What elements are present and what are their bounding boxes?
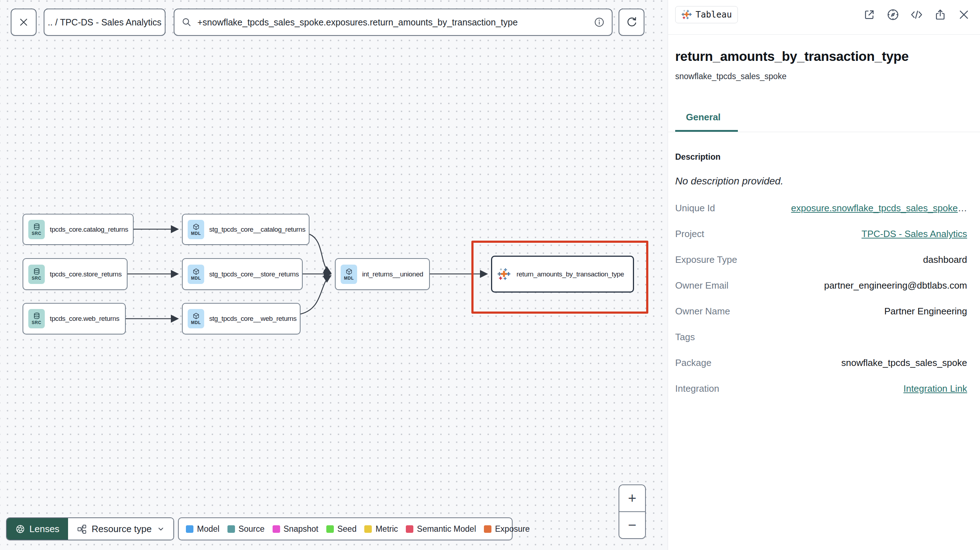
breadcrumb[interactable]: .. / TPC-DS - Sales Analytics bbox=[44, 9, 165, 36]
cube-icon bbox=[192, 312, 200, 320]
metric-swatch bbox=[364, 525, 372, 533]
resource-type-legend: Model Source Snapshot Seed Metric Semant… bbox=[178, 517, 512, 540]
node-label: stg_tpcds_core__web_returns bbox=[209, 315, 297, 323]
cube-icon bbox=[192, 223, 200, 230]
code-icon bbox=[910, 8, 923, 21]
lenses-button[interactable]: Lenses bbox=[7, 518, 68, 540]
tableau-badge-label: Tableau bbox=[695, 10, 732, 20]
graph-node-stg-web-returns[interactable]: MDL stg_tpcds_core__web_returns bbox=[182, 303, 301, 334]
node-label: tpcds_core.store_returns bbox=[50, 270, 122, 278]
resource-title: return_amounts_by_transaction_type bbox=[675, 49, 909, 64]
badge-label: MDL bbox=[191, 276, 201, 281]
node-label: tpcds_core.catalog_returns bbox=[50, 226, 128, 234]
badge-label: MDL bbox=[344, 276, 354, 281]
legend-item-metric: Metric bbox=[364, 524, 398, 534]
field-row-exposure-type: Exposure Type dashboard bbox=[675, 247, 967, 272]
panel-header: Tableau bbox=[668, 0, 980, 35]
resource-type-dropdown[interactable]: Resource type bbox=[68, 518, 173, 540]
field-row-owner-name: Owner Name Partner Engineering bbox=[675, 298, 967, 324]
model-badge: MDL bbox=[188, 265, 204, 284]
close-panel-button[interactable] bbox=[956, 5, 972, 25]
model-badge: MDL bbox=[188, 309, 204, 328]
badge-label: MDL bbox=[191, 320, 201, 325]
badge-label: MDL bbox=[191, 231, 201, 236]
lineage-search bbox=[174, 9, 612, 36]
integration-link[interactable]: Integration Link bbox=[904, 383, 967, 394]
snapshot-swatch bbox=[272, 525, 280, 533]
graph-node-stg-store-returns[interactable]: MDL stg_tpcds_core__store_returns bbox=[182, 258, 303, 290]
badge-label: SRC bbox=[32, 320, 41, 325]
close-lineage-button[interactable] bbox=[11, 9, 37, 36]
details-fields: Unique Id exposure.snowflake_tpcds_sales… bbox=[675, 195, 967, 401]
close-icon bbox=[958, 8, 970, 21]
graph-node-stg-catalog-returns[interactable]: MDL stg_tpcds_core__catalog_returns bbox=[182, 214, 309, 245]
field-row-owner-email: Owner Email partner_engineering@dbtlabs.… bbox=[675, 272, 967, 298]
zoom-controls: + − bbox=[619, 485, 646, 539]
legend-item-source: Source bbox=[228, 524, 265, 534]
view-options-group: Lenses Resource type bbox=[6, 517, 174, 540]
search-icon bbox=[181, 17, 192, 27]
model-badge: MDL bbox=[188, 220, 204, 239]
database-icon bbox=[33, 223, 40, 230]
unique-id-link[interactable]: exposure.snowflake_tpcds_sales_spoke bbox=[791, 203, 958, 213]
node-label: stg_tpcds_core__store_returns bbox=[209, 270, 299, 278]
breadcrumb-label: .. / TPC-DS - Sales Analytics bbox=[48, 17, 162, 27]
source-swatch bbox=[228, 525, 235, 533]
semantic-model-swatch bbox=[406, 525, 414, 533]
cube-icon bbox=[345, 268, 353, 275]
database-icon bbox=[33, 312, 40, 320]
view-code-button[interactable] bbox=[909, 5, 924, 25]
aperture-icon bbox=[15, 524, 25, 534]
seed-swatch bbox=[326, 525, 334, 533]
share-button[interactable] bbox=[932, 5, 948, 25]
dbt-explorer-lineage-app: SRC tpcds_core.catalog_returns SRC tpcds… bbox=[0, 0, 980, 550]
field-row-project: Project TPC-DS - Sales Analytics bbox=[675, 221, 967, 247]
open-external-button[interactable] bbox=[861, 5, 877, 25]
model-swatch bbox=[186, 525, 193, 533]
description-value: No description provided. bbox=[675, 175, 783, 187]
badge-label: SRC bbox=[32, 276, 41, 281]
info-icon[interactable] bbox=[594, 17, 605, 27]
node-label: tpcds_core.web_returns bbox=[50, 315, 119, 323]
exposure-swatch bbox=[484, 525, 492, 533]
graph-node-return-amounts-by-transaction-type[interactable]: return_amounts_by_transaction_type bbox=[491, 256, 634, 292]
source-badge: SRC bbox=[28, 220, 45, 239]
project-link[interactable]: TPC-DS - Sales Analytics bbox=[861, 229, 967, 240]
share-icon bbox=[934, 8, 947, 21]
zoom-out-button[interactable]: − bbox=[619, 512, 645, 538]
legend-item-exposure: Exposure bbox=[484, 524, 530, 534]
node-label: stg_tpcds_core__catalog_returns bbox=[209, 226, 305, 234]
database-icon bbox=[33, 268, 40, 275]
badge-label: SRC bbox=[32, 231, 41, 236]
truncation-ellipsis: … bbox=[958, 203, 967, 213]
search-input[interactable] bbox=[197, 17, 588, 27]
refresh-lineage-button[interactable] bbox=[619, 9, 644, 36]
explore-button[interactable] bbox=[885, 5, 901, 25]
zoom-in-button[interactable]: + bbox=[619, 485, 645, 512]
tableau-icon bbox=[497, 267, 511, 281]
resource-package-subtitle: snowflake_tpcds_sales_spoke bbox=[675, 72, 787, 81]
panel-actions bbox=[861, 5, 972, 25]
legend-item-model: Model bbox=[186, 524, 220, 534]
tableau-icon bbox=[681, 9, 692, 20]
refresh-icon bbox=[625, 16, 638, 28]
graph-node-int-returns-unioned[interactable]: MDL int_returns__unioned bbox=[335, 258, 430, 290]
graph-node-tpcds-core-store-returns[interactable]: SRC tpcds_core.store_returns bbox=[22, 258, 127, 290]
legend-item-seed: Seed bbox=[326, 524, 357, 534]
field-row-unique-id: Unique Id exposure.snowflake_tpcds_sales… bbox=[675, 195, 967, 221]
model-badge: MDL bbox=[340, 265, 357, 284]
graph-node-tpcds-core-catalog-returns[interactable]: SRC tpcds_core.catalog_returns bbox=[22, 214, 134, 245]
node-label: return_amounts_by_transaction_type bbox=[517, 270, 624, 278]
source-badge: SRC bbox=[28, 309, 45, 328]
graph-node-tpcds-core-web-returns[interactable]: SRC tpcds_core.web_returns bbox=[22, 303, 126, 334]
details-panel: Tableau return_amounts_b bbox=[668, 0, 980, 550]
field-row-tags: Tags bbox=[675, 324, 967, 350]
field-row-integration: Integration Integration Link bbox=[675, 376, 967, 401]
resource-type-label: Resource type bbox=[92, 523, 152, 535]
legend-item-snapshot: Snapshot bbox=[272, 524, 318, 534]
field-row-package: Package snowflake_tpcds_sales_spoke bbox=[675, 350, 967, 376]
tab-general[interactable]: General bbox=[686, 112, 721, 123]
lineage-canvas[interactable]: SRC tpcds_core.catalog_returns SRC tpcds… bbox=[0, 0, 762, 550]
tableau-badge: Tableau bbox=[675, 6, 738, 23]
legend-item-semantic-model: Semantic Model bbox=[406, 524, 476, 534]
